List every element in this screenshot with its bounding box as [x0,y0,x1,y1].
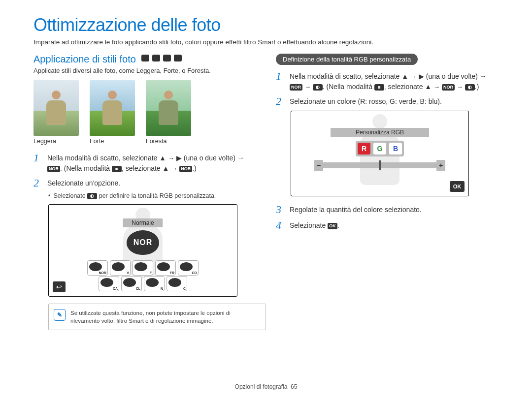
note-text: Se utilizzate questa funzione, non potet… [70,309,261,325]
video-icon [174,55,182,62]
rgb-channel-picker: R G B [356,141,404,156]
back-button[interactable]: ↩ [53,281,66,292]
ok-button[interactable]: OK [450,181,465,192]
menu-right-icon: ▶ [176,154,182,162]
subsection-pill: Definizione della tonalità RGB personali… [276,54,418,65]
section-heading-text: Applicazione di stili foto [33,54,136,64]
menu-up-icon: ▲ [159,154,166,162]
style-option[interactable]: FR [155,260,176,276]
thumb-leggera [33,80,79,136]
rgb-title: Personalizza RGB [331,128,429,137]
right-step-2: 2 Selezionate un colore (R: rosso, G: ve… [276,95,499,108]
left-step-2-sub: • Selezionate ◐ per definire la tonalità… [48,192,256,199]
page-title: Ottimizzazione delle foto [33,15,499,35]
caption-forte: Forte [90,138,135,145]
caption-foresta: Foresta [146,138,191,145]
rgb-r-button[interactable]: R [358,143,370,154]
custom-rgb-icon: ◐ [465,84,475,91]
camera-icon: ◙ [112,166,122,172]
camera-icon: ◙ [374,84,384,91]
style-option[interactable]: CL [121,276,142,291]
style-selected-label: Normale [123,218,163,227]
style-option[interactable]: V [110,260,131,276]
scene-icon [163,55,171,62]
palette-row-2: CA CL N C [99,276,187,291]
menu-screenshot-styles: Normale NOR NOR V F FR CO CA CL N C ↩ [48,204,237,297]
style-option[interactable]: CO [178,260,199,276]
style-option[interactable]: CA [99,276,119,291]
note-icon: ✎ [54,309,66,321]
section-heading-styles: Applicazione di stili foto [33,54,256,65]
arrow-icon: → [410,72,417,82]
menu-up-icon: ▲ [425,83,432,91]
left-step-1: 1 Nella modalità di scatto, selezionate … [33,152,256,174]
arrow-icon: → [433,83,440,92]
palette-row-1: NOR V F FR CO [87,260,199,276]
right-step-3: 3 Regolate la quantità del colore selezi… [276,203,499,216]
slider-minus[interactable]: − [314,160,323,171]
nor-icon: NOR [47,166,60,172]
arrow-icon: → [304,83,311,92]
style-option[interactable]: C [166,276,187,291]
slider-plus[interactable]: + [436,160,445,171]
thumb-forte [90,80,135,136]
style-option[interactable]: NOR [87,260,108,276]
menu-up-icon: ▲ [401,72,408,80]
custom-rgb-icon: ◐ [87,193,97,199]
camera-p-icon [152,55,160,62]
menu-right-icon: ▶ [419,72,424,80]
slider-handle[interactable] [379,160,381,170]
arrow-icon: → [457,83,463,92]
styles-desc: Applicate stili diversi alle foto, come … [33,67,256,74]
style-nor-icon: NOR [127,230,159,255]
camera-auto-icon [141,55,149,62]
arrow-icon: → [168,154,174,163]
nor-icon: NOR [290,84,302,91]
rgb-b-button[interactable]: B [389,143,402,154]
mode-icons [141,55,182,62]
right-step-4: 4 Selezionate OK. [276,219,499,232]
nor-icon: NOR [179,166,192,172]
style-thumbnails [33,80,256,136]
intro-text: Imparate ad ottimizzare le foto applican… [33,38,499,46]
right-step-1: 1 Nella modalità di scatto, selezionate … [276,70,499,92]
rgb-g-button[interactable]: G [373,143,386,154]
thumb-foresta [146,80,191,136]
left-step-2: 2 Selezionate un'opzione. [33,177,256,189]
arrow-icon: → [171,164,177,174]
note-box: ✎ Se utilizzate questa funzione, non pot… [48,304,266,330]
style-option[interactable]: F [133,260,153,276]
nor-icon: NOR [442,84,455,91]
page-footer: Opzioni di fotografia 65 [0,383,532,390]
menu-screenshot-rgb: Personalizza RGB R G B − + OK [291,111,469,196]
custom-rgb-icon: ◐ [313,84,323,91]
ok-icon: OK [328,223,337,229]
style-option[interactable]: N [144,276,165,291]
menu-up-icon: ▲ [163,164,169,172]
caption-leggera: Leggera [33,138,79,145]
